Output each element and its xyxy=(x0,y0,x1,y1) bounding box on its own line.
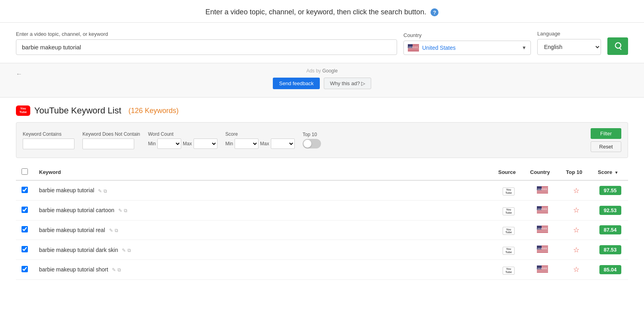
back-arrow[interactable]: ← xyxy=(16,70,22,78)
row-top10: ☆ xyxy=(560,240,592,260)
table-row: barbie makeup tutorial real ✎ ⧉ You Tube xyxy=(16,220,628,240)
score-max-select[interactable]: 9095100 xyxy=(271,139,295,149)
svg-rect-12 xyxy=(408,50,419,51)
score-min-label: Min xyxy=(225,141,233,146)
row-source: You Tube xyxy=(493,260,525,280)
score-sort-icon: ▼ xyxy=(615,170,619,175)
row-checkbox-cell xyxy=(16,260,33,280)
external-link-icon[interactable]: ⧉ xyxy=(104,188,107,194)
search-icon xyxy=(613,42,622,51)
select-all-checkbox[interactable] xyxy=(22,168,28,175)
external-link-icon[interactable]: ⧉ xyxy=(127,248,131,253)
svg-text:★★★★★★: ★★★★★★ xyxy=(537,207,547,210)
country-flag-icon: ★★★★★★ xyxy=(537,226,548,233)
svg-rect-13 xyxy=(408,51,419,51)
help-icon[interactable]: ? xyxy=(431,8,438,16)
top10-star-icon[interactable]: ☆ xyxy=(573,206,579,214)
row-top10: ☆ xyxy=(560,180,592,200)
header-source: Source xyxy=(493,164,525,180)
top10-star-icon[interactable]: ☆ xyxy=(573,226,579,234)
svg-rect-48 xyxy=(537,251,548,251)
external-link-icon[interactable]: ⧉ xyxy=(124,208,127,213)
reset-button[interactable]: Reset xyxy=(591,141,621,152)
edit-icon[interactable]: ✎ xyxy=(122,248,126,253)
word-count-min-label: Min xyxy=(148,141,156,146)
header-keyword: Keyword xyxy=(33,164,493,180)
top10-star-icon[interactable]: ☆ xyxy=(573,265,579,273)
row-keyword: barbie makeup tutorial real ✎ ⧉ xyxy=(33,220,493,240)
svg-rect-58 xyxy=(537,271,548,272)
youtube-logo-icon: YouTube xyxy=(16,105,30,116)
country-label: Country xyxy=(403,32,531,38)
keyword-table: Keyword Source Country Top 10 Score ▼ ba… xyxy=(16,164,628,279)
svg-rect-9 xyxy=(408,49,419,49)
keyword-link-icons: ✎ ⧉ xyxy=(109,228,118,233)
country-dropdown-arrow: ▼ xyxy=(522,45,527,51)
score-badge: 92.53 xyxy=(599,206,621,215)
top10-star-icon[interactable]: ☆ xyxy=(573,187,579,195)
ads-section: ← Ads by Google Send feedback Why this a… xyxy=(0,63,644,98)
row-checkbox-cell xyxy=(16,200,33,220)
svg-rect-21 xyxy=(537,191,548,192)
header-score[interactable]: Score ▼ xyxy=(592,164,628,180)
svg-rect-20 xyxy=(537,190,548,191)
external-link-icon[interactable]: ⧉ xyxy=(115,228,118,233)
score-badge: 85.04 xyxy=(599,265,621,274)
search-button[interactable] xyxy=(607,37,628,55)
keyword-not-contain-input[interactable] xyxy=(82,139,134,149)
country-flag-icon: ★★★★★★ xyxy=(537,186,548,193)
country-flag-icon: ★★★★★★ xyxy=(537,265,548,273)
keyword-table-wrapper: Keyword Source Country Top 10 Score ▼ ba… xyxy=(16,164,628,279)
top10-star-icon[interactable]: ☆ xyxy=(573,246,579,254)
header-checkbox-cell xyxy=(16,164,33,180)
keyword-contains-group: Keyword Contains xyxy=(23,131,74,149)
word-count-min-select[interactable]: 123 xyxy=(157,139,181,149)
external-link-icon[interactable]: ⧉ xyxy=(117,267,121,273)
top10-toggle[interactable] xyxy=(303,139,321,148)
why-this-ad-button[interactable]: Why this ad? ▷ xyxy=(324,78,371,89)
filter-bar: Keyword Contains Keyword Does Not Contai… xyxy=(16,122,628,158)
edit-icon[interactable]: ✎ xyxy=(112,267,116,273)
row-checkbox[interactable] xyxy=(22,226,28,232)
keyword-not-contain-group: Keyword Does Not Contain xyxy=(82,131,140,149)
word-count-group: Word Count Min 123 Max 51015 xyxy=(148,131,217,149)
word-count-max-select[interactable]: 51015 xyxy=(194,139,217,149)
score-min-select[interactable]: 507080 xyxy=(235,139,258,149)
youtube-source-icon: You Tube xyxy=(503,187,515,195)
keyword-count: (126 Keywords) xyxy=(129,107,179,115)
row-checkbox-cell xyxy=(16,180,33,200)
score-label: Score xyxy=(225,131,295,137)
country-flag-icon: ★★★★★★ xyxy=(537,206,548,213)
edit-icon[interactable]: ✎ xyxy=(118,208,122,213)
search-input[interactable] xyxy=(16,39,397,55)
send-feedback-button[interactable]: Send feedback xyxy=(273,78,320,89)
score-group: Score Min 507080 Max 9095100 xyxy=(225,131,295,149)
row-checkbox[interactable] xyxy=(22,187,28,193)
filter-button[interactable]: Filter xyxy=(591,128,621,139)
row-checkbox[interactable] xyxy=(22,246,28,252)
row-source: You Tube xyxy=(493,200,525,220)
edit-icon[interactable]: ✎ xyxy=(109,228,113,233)
table-row: barbie makeup tutorial cartoon ✎ ⧉ You T… xyxy=(16,200,628,220)
youtube-source-icon: You Tube xyxy=(503,207,515,215)
row-checkbox[interactable] xyxy=(22,207,28,213)
us-flag-icon: ★★★★★★ xyxy=(408,44,419,51)
youtube-source-icon: You Tube xyxy=(503,267,515,275)
country-select[interactable]: ★★★★★★ United States ▼ xyxy=(403,41,531,55)
language-label: Language xyxy=(537,31,601,37)
row-source: You Tube xyxy=(493,240,525,260)
row-checkbox[interactable] xyxy=(22,266,28,272)
edit-icon[interactable]: ✎ xyxy=(98,188,102,194)
top10-label: Top 10 xyxy=(303,132,321,137)
svg-rect-56 xyxy=(537,269,548,270)
youtube-source-icon: You Tube xyxy=(503,227,515,235)
row-country: ★★★★★★ xyxy=(525,260,560,280)
row-country: ★★★★★★ xyxy=(525,220,560,240)
country-flag-icon: ★★★★★★ xyxy=(537,246,548,253)
keyword-text: barbie makeup tutorial xyxy=(39,187,94,193)
language-select[interactable]: English Spanish French xyxy=(537,39,601,55)
keyword-contains-input[interactable] xyxy=(23,139,74,149)
row-score: 97.55 xyxy=(592,180,628,200)
score-badge: 87.53 xyxy=(599,245,621,254)
keyword-text: barbie makeup tutorial real xyxy=(39,227,105,233)
